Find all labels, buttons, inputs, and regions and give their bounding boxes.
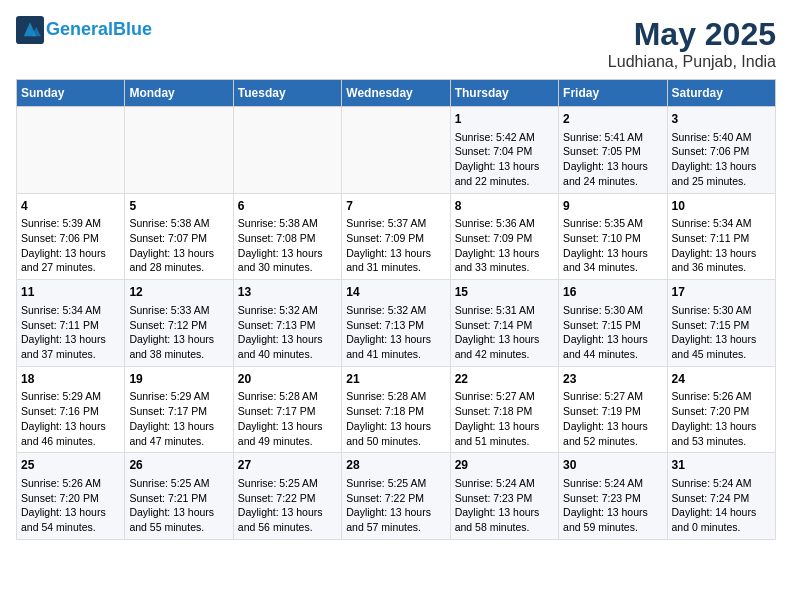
cell-info-line: Sunset: 7:23 PM [455, 491, 554, 506]
cell-info-line: Daylight: 13 hours [672, 246, 771, 261]
calendar-cell: 27Sunrise: 5:25 AMSunset: 7:22 PMDayligh… [233, 453, 341, 540]
day-number: 23 [563, 371, 662, 388]
cell-info-line: Sunset: 7:06 PM [672, 144, 771, 159]
cell-info-line: Sunrise: 5:32 AM [238, 303, 337, 318]
header-saturday: Saturday [667, 80, 775, 107]
cell-info-line: Sunrise: 5:28 AM [346, 389, 445, 404]
cell-info-line: Sunrise: 5:30 AM [563, 303, 662, 318]
cell-info-line: and 45 minutes. [672, 347, 771, 362]
calendar-header-row: SundayMondayTuesdayWednesdayThursdayFrid… [17, 80, 776, 107]
cell-info-line: Daylight: 13 hours [21, 332, 120, 347]
day-number: 31 [672, 457, 771, 474]
cell-info-line: Daylight: 14 hours [672, 505, 771, 520]
cell-info-line: Sunset: 7:23 PM [563, 491, 662, 506]
cell-info-line: and 33 minutes. [455, 260, 554, 275]
header-friday: Friday [559, 80, 667, 107]
cell-info-line: Daylight: 13 hours [346, 419, 445, 434]
cell-info-line: Sunrise: 5:39 AM [21, 216, 120, 231]
cell-info-line: Sunset: 7:15 PM [672, 318, 771, 333]
cell-info-line: and 34 minutes. [563, 260, 662, 275]
cell-info-line: Sunrise: 5:34 AM [672, 216, 771, 231]
day-number: 17 [672, 284, 771, 301]
cell-info-line: Daylight: 13 hours [21, 419, 120, 434]
cell-info-line: and 52 minutes. [563, 434, 662, 449]
calendar-cell: 8Sunrise: 5:36 AMSunset: 7:09 PMDaylight… [450, 193, 558, 280]
cell-info-line: Sunset: 7:18 PM [455, 404, 554, 419]
cell-info-line: Sunrise: 5:29 AM [21, 389, 120, 404]
week-row-2: 4Sunrise: 5:39 AMSunset: 7:06 PMDaylight… [17, 193, 776, 280]
cell-info-line: Daylight: 13 hours [563, 332, 662, 347]
cell-info-line: Sunrise: 5:27 AM [563, 389, 662, 404]
cell-info-line: Daylight: 13 hours [455, 505, 554, 520]
cell-info-line: Sunset: 7:24 PM [672, 491, 771, 506]
cell-info-line: and 42 minutes. [455, 347, 554, 362]
cell-info-line: and 54 minutes. [21, 520, 120, 535]
calendar-cell: 17Sunrise: 5:30 AMSunset: 7:15 PMDayligh… [667, 280, 775, 367]
cell-info-line: Sunset: 7:06 PM [21, 231, 120, 246]
cell-info-line: Sunset: 7:19 PM [563, 404, 662, 419]
calendar-table: SundayMondayTuesdayWednesdayThursdayFrid… [16, 79, 776, 540]
day-number: 20 [238, 371, 337, 388]
cell-info-line: Daylight: 13 hours [238, 419, 337, 434]
cell-info-line: and 38 minutes. [129, 347, 228, 362]
cell-info-line: Daylight: 13 hours [672, 332, 771, 347]
cell-info-line: and 40 minutes. [238, 347, 337, 362]
cell-info-line: and 25 minutes. [672, 174, 771, 189]
calendar-cell: 18Sunrise: 5:29 AMSunset: 7:16 PMDayligh… [17, 366, 125, 453]
cell-info-line: Sunset: 7:20 PM [21, 491, 120, 506]
header-monday: Monday [125, 80, 233, 107]
cell-info-line: Daylight: 13 hours [563, 246, 662, 261]
calendar-cell: 29Sunrise: 5:24 AMSunset: 7:23 PMDayligh… [450, 453, 558, 540]
cell-info-line: and 53 minutes. [672, 434, 771, 449]
calendar-cell: 2Sunrise: 5:41 AMSunset: 7:05 PMDaylight… [559, 107, 667, 194]
cell-info-line: Sunset: 7:22 PM [346, 491, 445, 506]
cell-info-line: Sunrise: 5:30 AM [672, 303, 771, 318]
cell-info-line: Sunrise: 5:31 AM [455, 303, 554, 318]
day-number: 7 [346, 198, 445, 215]
cell-info-line: Sunset: 7:11 PM [672, 231, 771, 246]
cell-info-line: Sunset: 7:15 PM [563, 318, 662, 333]
calendar-cell: 4Sunrise: 5:39 AMSunset: 7:06 PMDaylight… [17, 193, 125, 280]
calendar-cell: 14Sunrise: 5:32 AMSunset: 7:13 PMDayligh… [342, 280, 450, 367]
day-number: 19 [129, 371, 228, 388]
cell-info-line: Sunset: 7:14 PM [455, 318, 554, 333]
cell-info-line: Daylight: 13 hours [455, 159, 554, 174]
cell-info-line: Sunset: 7:16 PM [21, 404, 120, 419]
cell-info-line: Sunrise: 5:35 AM [563, 216, 662, 231]
calendar-cell: 24Sunrise: 5:26 AMSunset: 7:20 PMDayligh… [667, 366, 775, 453]
header-thursday: Thursday [450, 80, 558, 107]
day-number: 30 [563, 457, 662, 474]
day-number: 9 [563, 198, 662, 215]
calendar-cell [17, 107, 125, 194]
cell-info-line: Sunset: 7:09 PM [455, 231, 554, 246]
calendar-cell: 21Sunrise: 5:28 AMSunset: 7:18 PMDayligh… [342, 366, 450, 453]
cell-info-line: Daylight: 13 hours [346, 332, 445, 347]
cell-info-line: Sunrise: 5:33 AM [129, 303, 228, 318]
week-row-1: 1Sunrise: 5:42 AMSunset: 7:04 PMDaylight… [17, 107, 776, 194]
logo: GeneralBlue [16, 16, 152, 44]
calendar-cell: 10Sunrise: 5:34 AMSunset: 7:11 PMDayligh… [667, 193, 775, 280]
calendar-cell: 1Sunrise: 5:42 AMSunset: 7:04 PMDaylight… [450, 107, 558, 194]
calendar-cell: 20Sunrise: 5:28 AMSunset: 7:17 PMDayligh… [233, 366, 341, 453]
logo-text: GeneralBlue [46, 20, 152, 40]
cell-info-line: Sunset: 7:20 PM [672, 404, 771, 419]
cell-info-line: Sunset: 7:13 PM [238, 318, 337, 333]
cell-info-line: Sunrise: 5:36 AM [455, 216, 554, 231]
day-number: 14 [346, 284, 445, 301]
day-number: 18 [21, 371, 120, 388]
calendar-cell: 28Sunrise: 5:25 AMSunset: 7:22 PMDayligh… [342, 453, 450, 540]
calendar-cell: 30Sunrise: 5:24 AMSunset: 7:23 PMDayligh… [559, 453, 667, 540]
day-number: 1 [455, 111, 554, 128]
cell-info-line: Daylight: 13 hours [672, 419, 771, 434]
calendar-cell: 26Sunrise: 5:25 AMSunset: 7:21 PMDayligh… [125, 453, 233, 540]
cell-info-line: and 46 minutes. [21, 434, 120, 449]
cell-info-line: and 51 minutes. [455, 434, 554, 449]
day-number: 24 [672, 371, 771, 388]
cell-info-line: Daylight: 13 hours [672, 159, 771, 174]
cell-info-line: Daylight: 13 hours [21, 505, 120, 520]
cell-info-line: Sunrise: 5:37 AM [346, 216, 445, 231]
cell-info-line: Daylight: 13 hours [21, 246, 120, 261]
cell-info-line: Sunrise: 5:26 AM [672, 389, 771, 404]
cell-info-line: Sunrise: 5:38 AM [238, 216, 337, 231]
cell-info-line: Sunset: 7:09 PM [346, 231, 445, 246]
